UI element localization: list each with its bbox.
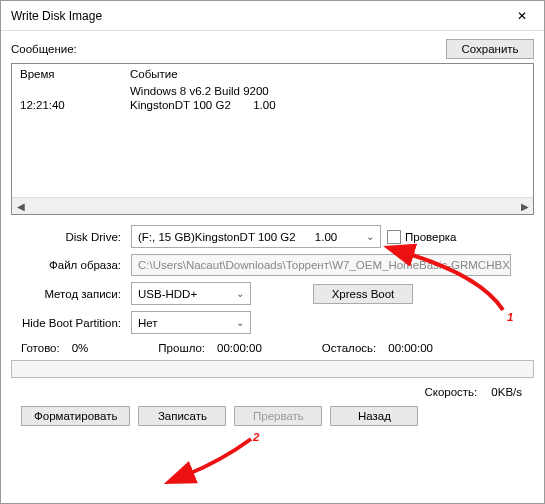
log-row: Windows 8 v6.2 Build 9200 — [12, 84, 533, 98]
write-button[interactable]: Записать — [138, 406, 226, 426]
status-elapsed: Прошло: 00:00:00 — [158, 342, 261, 354]
log-header: Время Событие — [12, 64, 533, 84]
log-time — [20, 85, 130, 97]
progress-bar — [11, 360, 534, 378]
status-row: Готово: 0% Прошло: 00:00:00 Осталось: 00… — [11, 342, 534, 354]
disk-drive-select[interactable]: (F:, 15 GB)KingstonDT 100 G2 1.00 ⌄ — [131, 225, 381, 248]
scroll-track[interactable] — [29, 198, 516, 214]
horizontal-scrollbar[interactable]: ◀ ▶ — [12, 197, 533, 214]
file-input[interactable]: C:\Users\Nacaut\Downloads\Торрент\W7_OEM… — [131, 254, 511, 276]
ready-value: 0% — [72, 342, 89, 354]
abort-button[interactable]: Прервать — [234, 406, 322, 426]
disk-drive-value: (F:, 15 GB)KingstonDT 100 G2 1.00 — [138, 231, 337, 243]
hide-row: Hide Boot Partition: Нет ⌄ — [11, 311, 534, 334]
chevron-down-icon: ⌄ — [366, 231, 374, 242]
message-row: Сообщение: Сохранить — [11, 39, 534, 59]
hide-select[interactable]: Нет ⌄ — [131, 311, 251, 334]
elapsed-value: 00:00:00 — [217, 342, 262, 354]
col-event-header: Событие — [130, 68, 525, 80]
hide-label: Hide Boot Partition: — [11, 317, 131, 329]
check-label: Проверка — [405, 231, 457, 243]
log-event: Windows 8 v6.2 Build 9200 — [130, 85, 525, 97]
back-button[interactable]: Назад — [330, 406, 418, 426]
method-select[interactable]: USB-HDD+ ⌄ — [131, 282, 251, 305]
chevron-down-icon: ⌄ — [236, 288, 244, 299]
message-label: Сообщение: — [11, 43, 77, 55]
elapsed-label: Прошло: — [158, 342, 205, 354]
content-area: Сообщение: Сохранить Время Событие Windo… — [1, 31, 544, 434]
disk-drive-label: Disk Drive: — [11, 231, 131, 243]
status-remaining: Осталось: 00:00:00 — [322, 342, 433, 354]
write-disk-image-window: Write Disk Image ✕ Сообщение: Сохранить … — [0, 0, 545, 504]
save-button[interactable]: Сохранить — [446, 39, 534, 59]
check-checkbox[interactable] — [387, 230, 401, 244]
speed-label: Скорость: — [424, 386, 477, 398]
col-time-header: Время — [20, 68, 130, 80]
speed-row: Скорость: 0KB/s — [11, 386, 534, 398]
method-row: Метод записи: USB-HDD+ ⌄ Xpress Boot — [11, 282, 534, 305]
remaining-value: 00:00:00 — [388, 342, 433, 354]
status-ready: Готово: 0% — [21, 342, 88, 354]
window-title: Write Disk Image — [11, 9, 102, 23]
bottom-buttons: Форматировать Записать Прервать Назад — [11, 406, 534, 426]
disk-drive-row: Disk Drive: (F:, 15 GB)KingstonDT 100 G2… — [11, 225, 534, 248]
method-value: USB-HDD+ — [138, 288, 197, 300]
hide-value: Нет — [138, 317, 158, 329]
chevron-down-icon: ⌄ — [236, 317, 244, 328]
log-box: Время Событие Windows 8 v6.2 Build 9200 … — [11, 63, 534, 215]
speed-value: 0KB/s — [491, 386, 522, 398]
xpress-boot-button[interactable]: Xpress Boot — [313, 284, 413, 304]
method-label: Метод записи: — [11, 288, 131, 300]
titlebar: Write Disk Image ✕ — [1, 1, 544, 31]
format-button[interactable]: Форматировать — [21, 406, 130, 426]
ready-label: Готово: — [21, 342, 60, 354]
log-event: KingstonDT 100 G2 1.00 — [130, 99, 525, 111]
close-icon: ✕ — [517, 9, 527, 23]
scroll-right-icon[interactable]: ▶ — [516, 198, 533, 214]
check-checkbox-wrap[interactable]: Проверка — [387, 230, 457, 244]
close-button[interactable]: ✕ — [499, 1, 544, 31]
file-value: C:\Users\Nacaut\Downloads\Торрент\W7_OEM… — [138, 259, 510, 271]
file-row: Файл образа: C:\Users\Nacaut\Downloads\Т… — [11, 254, 534, 276]
log-row: 12:21:40 KingstonDT 100 G2 1.00 — [12, 98, 533, 112]
file-label: Файл образа: — [11, 259, 131, 271]
log-time: 12:21:40 — [20, 99, 130, 111]
scroll-left-icon[interactable]: ◀ — [12, 198, 29, 214]
remaining-label: Осталось: — [322, 342, 376, 354]
